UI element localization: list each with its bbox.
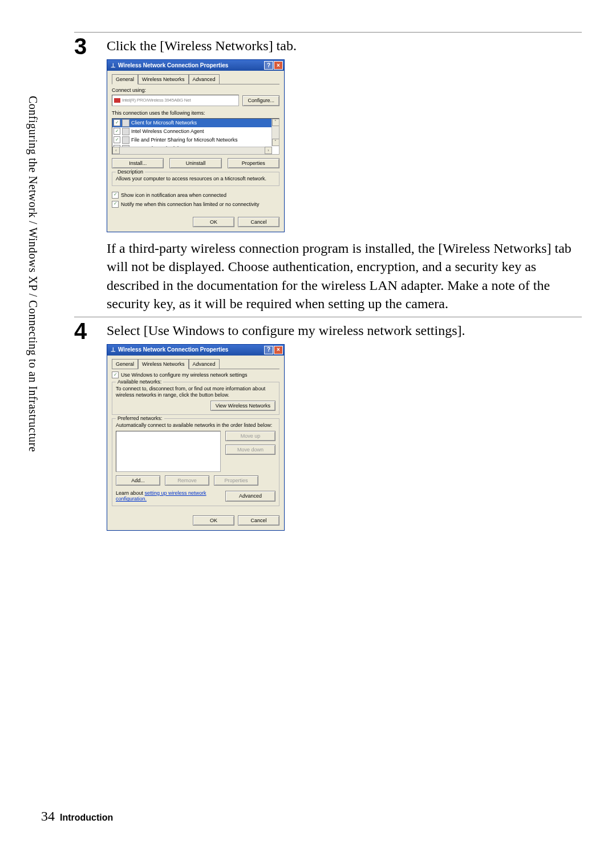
step-4-number: 4: [74, 320, 106, 342]
dialog-2-tabs: General Wireless Networks Advanced: [112, 359, 279, 369]
close-icon[interactable]: ×: [274, 346, 283, 354]
list-item[interactable]: ✓ File and Printer Sharing for Microsoft…: [112, 136, 279, 144]
available-networks-title: Available networks:: [116, 378, 163, 385]
close-icon[interactable]: ×: [274, 61, 283, 70]
configure-button[interactable]: Configure...: [242, 95, 279, 106]
tab-general[interactable]: General: [112, 359, 138, 369]
available-networks-group: Available networks: To connect to, disco…: [112, 382, 279, 415]
properties-button[interactable]: Properties: [228, 158, 279, 168]
adapter-name: Intel(R) PRO/Wireless 3945ABG Net: [122, 98, 191, 104]
tab-advanced[interactable]: Advanced: [189, 74, 220, 84]
cancel-button[interactable]: Cancel: [238, 217, 279, 227]
checkbox-icon[interactable]: ✓: [114, 128, 120, 135]
view-wireless-networks-button[interactable]: View Wireless Networks: [210, 401, 275, 411]
step-3-body: If a third-party wireless connection pro…: [107, 239, 582, 313]
add-button[interactable]: Add...: [116, 475, 160, 486]
dialog-2-figure: ⊥ Wireless Network Connection Properties…: [107, 344, 582, 531]
wireless-icon: ⊥: [111, 346, 116, 354]
help-icon[interactable]: ?: [264, 61, 273, 70]
step-3: 3 Click the [Wireless Networks] tab. ⊥ W…: [74, 32, 582, 313]
dialog-1-title: Wireless Network Connection Properties: [118, 62, 228, 70]
component-icon: [122, 136, 129, 144]
list-item-label: File and Printer Sharing for Microsoft N…: [131, 136, 238, 143]
wireless-icon: ⊥: [111, 62, 116, 70]
preferred-networks-group: Preferred networks: Automatically connec…: [112, 418, 279, 507]
step-3-number: 3: [74, 35, 106, 58]
move-up-button[interactable]: Move up: [225, 431, 275, 441]
checkbox-icon[interactable]: ✓: [112, 201, 119, 208]
dialog-1-tabs: General Wireless Networks Advanced: [112, 74, 279, 84]
scroll-left-icon[interactable]: ‹: [112, 147, 120, 154]
tab-general[interactable]: General: [112, 74, 138, 84]
connect-using-label: Connect using:: [112, 87, 279, 94]
preferred-networks-listbox[interactable]: [116, 431, 221, 472]
checkbox-icon[interactable]: ✓: [114, 119, 120, 126]
advanced-button[interactable]: Advanced: [225, 491, 275, 501]
learn-label: Learn about: [116, 490, 145, 496]
use-windows-checkbox-label: Use Windows to configure my wireless net…: [121, 371, 248, 378]
description-text: Allows your computer to access resources…: [116, 176, 275, 182]
dialog-1-titlebar: ⊥ Wireless Network Connection Properties…: [107, 60, 284, 71]
preferred-networks-title: Preferred networks:: [116, 415, 164, 422]
step-3-title: Click the [Wireless Networks] tab.: [107, 37, 582, 55]
adapter-field: Intel(R) PRO/Wireless 3945ABG Net: [112, 95, 239, 106]
uninstall-button[interactable]: Uninstall: [169, 158, 221, 168]
checkbox-icon[interactable]: ✓: [114, 136, 120, 143]
vertical-scrollbar[interactable]: ˄ ˅: [271, 119, 279, 146]
dialog-2-titlebar: ⊥ Wireless Network Connection Properties…: [107, 345, 284, 356]
step-4: 4 Select [Use Windows to configure my wi…: [74, 317, 582, 531]
checkbox-icon[interactable]: ✓: [112, 192, 119, 199]
horizontal-scrollbar[interactable]: ‹ ›: [112, 147, 272, 154]
section-title: Introduction: [60, 813, 113, 822]
page-number: 34: [41, 809, 55, 823]
preferred-networks-text: Automatically connect to available netwo…: [116, 422, 275, 429]
ok-button[interactable]: OK: [193, 515, 234, 526]
scroll-right-icon[interactable]: ›: [265, 147, 272, 154]
help-icon[interactable]: ?: [264, 346, 273, 354]
install-button[interactable]: Install...: [112, 158, 164, 168]
page-footer: 34 Introduction: [41, 809, 113, 824]
tab-wireless-networks[interactable]: Wireless Networks: [138, 359, 189, 369]
description-group: Description Allows your computer to acce…: [112, 172, 279, 186]
nic-icon: [114, 98, 120, 103]
list-item-label: Client for Microsoft Networks: [131, 119, 197, 126]
notify-checkbox-label: Notify me when this connection has limit…: [121, 201, 260, 208]
list-item-label: Intel Wireless Connection Agent: [131, 128, 204, 135]
list-item[interactable]: ✓ Client for Microsoft Networks: [112, 119, 279, 127]
dialog-2-title: Wireless Network Connection Properties: [118, 346, 228, 354]
xp-dialog-2: ⊥ Wireless Network Connection Properties…: [107, 344, 285, 531]
tab-advanced[interactable]: Advanced: [189, 359, 220, 369]
remove-button[interactable]: Remove: [165, 475, 209, 486]
sidebar-breadcrumb: Configuring the Network / Windows XP / C…: [26, 96, 39, 452]
properties-button[interactable]: Properties: [214, 475, 258, 486]
checkbox-icon[interactable]: ✓: [112, 371, 119, 378]
description-title: Description: [116, 168, 145, 175]
cancel-button[interactable]: Cancel: [238, 515, 279, 526]
move-down-button[interactable]: Move down: [225, 445, 275, 455]
show-icon-checkbox-label: Show icon in notification area when conn…: [121, 192, 226, 199]
step-4-title: Select [Use Windows to configure my wire…: [107, 322, 582, 340]
ok-button[interactable]: OK: [193, 217, 234, 227]
dialog-1-figure: ⊥ Wireless Network Connection Properties…: [107, 59, 582, 232]
tab-wireless-networks[interactable]: Wireless Networks: [138, 74, 189, 84]
component-icon: [122, 119, 129, 127]
component-icon: [122, 128, 129, 135]
xp-dialog-1: ⊥ Wireless Network Connection Properties…: [107, 59, 285, 232]
available-networks-text: To connect to, disconnect from, or find …: [116, 386, 275, 398]
items-listbox[interactable]: ✓ Client for Microsoft Networks ✓ Intel …: [112, 118, 279, 155]
items-label: This connection uses the following items…: [112, 110, 279, 116]
scroll-down-icon[interactable]: ˅: [272, 139, 279, 146]
list-item[interactable]: ✓ Intel Wireless Connection Agent: [112, 127, 279, 136]
scroll-up-icon[interactable]: ˄: [272, 119, 279, 126]
